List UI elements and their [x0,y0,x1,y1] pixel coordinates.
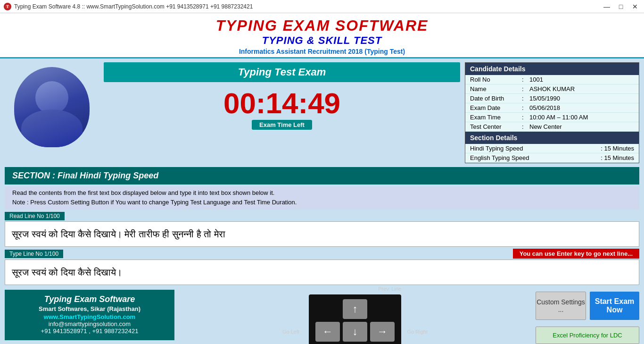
kbd-right-arrow: → [370,322,395,342]
test-center-label: Test Center [470,123,522,130]
close-button[interactable]: ✕ [630,1,640,12]
excel-proficiency-button[interactable]: Excel Proficiency for LDC [536,327,639,344]
details-col: Candidate Details Roll No : 1001 Name : … [465,62,639,163]
avatar-body [21,109,83,147]
main-info-row: Typing Test Exam 00:14:49 Exam Time Left… [0,59,644,167]
kbd-empty-1 [315,299,340,319]
keyboard-wrapper: ↑ ← ↓ → Prev. Line Next Line Go Left Go … [309,294,401,344]
branding-phone: +91 9413528971 , +91 9887232421 [12,327,167,335]
instruction-box: Read the contents from the first text bo… [5,186,639,210]
app-header: Typing Exam Software Typing & Skill Test… [0,13,644,59]
branding-box: Typing Exam Software Smart Softwares, Si… [5,290,174,340]
hindi-speed-label: Hindi Typing Speed [470,145,523,152]
name-value: ASHOK KUMAR [529,85,575,92]
enter-key-hint: You can use Enter key to go next line... [513,249,639,259]
exam-time-value: 10:00 AM – 11:00 AM [529,114,588,121]
exam-date-value: 05/06/2018 [529,104,560,111]
section-details-header: Section Details [465,132,639,144]
window-controls: — □ ✕ [602,1,640,12]
center-col: Typing Test Exam 00:14:49 Exam Time Left [104,62,460,163]
type-line-row: Type Line No 1/100 You can use Enter key… [5,249,639,259]
candidate-details-header: Candidate Details [465,63,639,75]
avatar-col [5,62,99,163]
instruction-line2: Note : Press Custom Setting Button if Yo… [12,198,632,207]
title-bar: T Typing Exam Software 4.8 :: www.SmartT… [0,0,644,13]
exam-date-row: Exam Date : 05/06/2018 [465,103,639,113]
content-area: SECTION : Final Hindi Typing Speed Read … [0,167,644,288]
candidate-details-body: Roll No : 1001 Name : ASHOK KUMAR Date o… [465,75,639,132]
branding-title: Typing Exam Software [12,294,167,304]
dob-row: Date of Birth : 15/05/1990 [465,94,639,103]
minimize-button[interactable]: — [602,1,612,12]
exam-time-label: Exam Time [470,114,522,121]
kbd-up-arrow: ↑ [343,299,367,319]
roll-no-label: Roll No [470,76,522,83]
exam-time-row: Exam Time : 10:00 AM – 11:00 AM [465,113,639,122]
title-bar-left: T Typing Exam Software 4.8 :: www.SmartT… [4,3,253,10]
exam-date-label: Exam Date [470,104,522,111]
roll-no-row: Roll No : 1001 [465,75,639,84]
dob-value: 15/05/1990 [529,95,560,102]
name-label: Name [470,85,522,92]
dob-label: Date of Birth [470,95,522,102]
keyboard-diagram: ↑ ← ↓ → Prev. Line Next Line Go Left Go … [182,290,528,344]
type-text-input[interactable] [5,260,639,285]
read-text-box: सूरज स्वयं को दिया कैसे दिखाये। मेरी तार… [5,221,639,247]
avatar [14,67,90,147]
keyboard-container: ↑ ← ↓ → [309,294,401,344]
maximize-button[interactable]: □ [616,1,626,12]
start-exam-button[interactable]: Start Exam Now [590,292,639,320]
type-line-label: Type Line No 1/100 [5,250,63,258]
custom-settings-button[interactable]: Custom Settings ... [536,292,586,320]
app-title-sub: Typing & Skill Test [0,34,644,47]
timer-section: 00:14:49 Exam Time Left [104,85,460,132]
test-center-row: Test Center : New Center [465,122,639,132]
exam-time-left-badge: Exam Time Left [252,120,312,130]
typing-test-header: Typing Test Exam [104,62,460,82]
kbd-right-label: Go Right [407,329,428,335]
app-title-main: Typing Exam Software [0,17,644,34]
candidate-details-box: Candidate Details Roll No : 1001 Name : … [465,62,639,163]
branding-website: www.SmartTypingSolution.com [12,313,167,320]
roll-no-value: 1001 [529,76,543,83]
branding-subtitle: Smart Softwares, Sikar (Rajasthan) [12,305,167,312]
bottom-row: Typing Exam Software Smart Softwares, Si… [0,288,644,344]
instruction-line1: Read the contents from the first text bo… [12,188,632,198]
name-row: Name : ASHOK KUMAR [465,84,639,94]
read-line-label: Read Line No 1/100 [5,212,65,220]
test-center-value: New Center [529,123,562,130]
section-details-body: Hindi Typing Speed : 15 Minutes English … [465,144,639,163]
kbd-prev-label: Prev. Line [378,286,401,292]
english-speed-label: English Typing Speed [470,154,529,161]
english-speed-row: English Typing Speed : 15 Minutes [465,153,639,163]
title-bar-text: Typing Exam Software 4.8 :: www.SmartTyp… [14,3,253,10]
kbd-left-label: Go Left [282,329,299,335]
kbd-empty-2 [370,299,395,319]
exam-subtitle: Informatics Assistant Recruitment 2018 (… [0,48,644,55]
branding-email: info@smarttypingsolution.com [12,320,167,327]
kbd-down-arrow: ↓ [343,322,367,342]
hindi-speed-value: : 15 Minutes [601,145,634,152]
buttons-col: Custom Settings ... Start Exam Now Excel… [536,290,639,344]
section-banner: SECTION : Final Hindi Typing Speed [5,167,639,185]
app-icon: T [4,3,11,10]
english-speed-value: : 15 Minutes [601,154,634,161]
kbd-left-arrow: ← [315,322,340,342]
timer-display: 00:14:49 [223,89,340,118]
hindi-speed-row: Hindi Typing Speed : 15 Minutes [465,144,639,153]
